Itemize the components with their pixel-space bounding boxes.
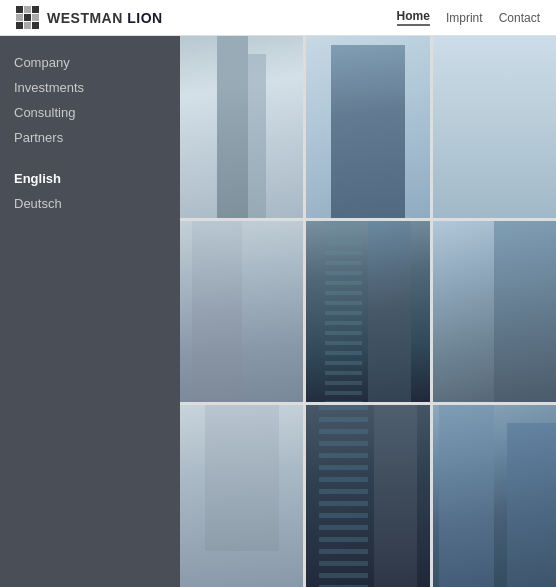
sidebar-divider [0,150,180,166]
grid-cell-3-3 [433,405,556,587]
grid-cell-2-1 [180,221,303,403]
logo-cell [16,22,23,29]
grid-cell-1-1 [180,36,303,218]
sidebar-item-partners[interactable]: Partners [0,125,180,150]
sidebar-lang-deutsch[interactable]: Deutsch [0,191,180,216]
grid-cell-1-2 [306,36,429,218]
grid-cell-2-2 [306,221,429,403]
logo-cell [24,14,31,21]
nav-home[interactable]: Home [397,9,430,26]
sidebar-item-company[interactable]: Company [0,50,180,75]
grid-cell-2-3 [433,221,556,403]
logo-cell [16,14,23,21]
main-layout: Company Investments Consulting Partners … [0,36,556,587]
logo-text-bold: LION [127,10,162,26]
logo-icon [16,6,39,29]
header: WESTMAN LION Home Imprint Contact [0,0,556,36]
logo-text: WESTMAN LION [47,10,163,26]
logo-area: WESTMAN LION [16,6,163,29]
sidebar-lang-english[interactable]: English [0,166,180,191]
image-grid [180,36,556,587]
sidebar-item-investments[interactable]: Investments [0,75,180,100]
logo-text-normal: WESTMAN [47,10,127,26]
grid-cell-3-1 [180,405,303,587]
logo-cell [32,22,39,29]
logo-cell [24,22,31,29]
grid-cell-3-2 [306,405,429,587]
sidebar: Company Investments Consulting Partners … [0,36,180,587]
grid-cell-1-3 [433,36,556,218]
logo-cell [16,6,23,13]
logo-cell [24,6,31,13]
sidebar-item-consulting[interactable]: Consulting [0,100,180,125]
top-nav: Home Imprint Contact [397,9,540,26]
nav-contact[interactable]: Contact [499,11,540,25]
logo-cell [32,6,39,13]
nav-imprint[interactable]: Imprint [446,11,483,25]
logo-cell [32,14,39,21]
